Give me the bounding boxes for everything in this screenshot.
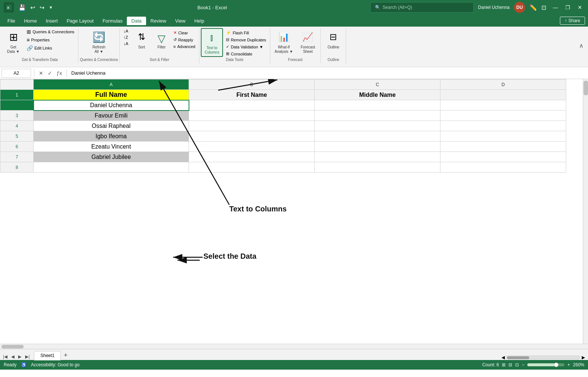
row-header-4[interactable]: 4 <box>0 121 34 131</box>
confirm-formula-button[interactable]: ✓ <box>46 69 54 77</box>
data-validation-button[interactable]: ✓ Data Validation ▼ <box>224 44 268 50</box>
cell-c1[interactable]: Middle Name <box>315 90 440 100</box>
zoom-out-button[interactable]: − <box>522 362 524 367</box>
cell-c4[interactable] <box>315 121 440 131</box>
cell-a1[interactable]: Full Name <box>34 90 189 100</box>
col-header-b[interactable]: B <box>189 79 315 90</box>
cell-c6[interactable] <box>315 142 440 152</box>
restore-button[interactable]: ❐ <box>563 4 572 11</box>
cell-b3[interactable] <box>189 111 315 121</box>
cell-b8[interactable] <box>189 162 315 173</box>
cell-b6[interactable] <box>189 142 315 152</box>
insert-function-button[interactable]: ƒx <box>55 69 64 77</box>
sheet-scroll-right[interactable]: ▶ <box>582 355 585 360</box>
cell-a2[interactable]: Daniel Uchenna <box>34 100 189 111</box>
cell-c5[interactable] <box>315 131 440 142</box>
cell-a4[interactable]: Ossai Rapheal <box>34 121 189 131</box>
row-header-8[interactable]: 8 <box>0 162 34 173</box>
excel-icon[interactable]: X <box>4 2 14 13</box>
view-normal-icon[interactable]: ⊞ <box>502 362 506 367</box>
cell-d7[interactable] <box>440 152 566 162</box>
text-to-columns-button[interactable]: ⫿ Text toColumns <box>201 28 223 57</box>
cell-a6[interactable]: Ezeatu Vincent <box>34 142 189 152</box>
cell-b2[interactable] <box>189 100 315 111</box>
flash-fill-button[interactable]: ⚡ Flash Fill <box>224 30 268 36</box>
row-header-5[interactable]: 5 <box>0 131 34 142</box>
sort-az-button[interactable]: ↓A <box>121 28 131 34</box>
sort-za-button[interactable]: ↑Z <box>121 34 131 40</box>
remove-duplicates-button[interactable]: ⊟ Remove Duplicates <box>224 37 268 43</box>
row-header-2[interactable]: 2 <box>0 100 34 111</box>
menu-help[interactable]: Help <box>190 17 209 25</box>
h-scrollbar-thumb[interactable] <box>1 345 24 349</box>
advanced-button[interactable]: ≡ Advanced <box>171 44 197 50</box>
cell-c8[interactable] <box>315 162 440 173</box>
cell-d2[interactable] <box>440 100 566 111</box>
cell-b4[interactable] <box>189 121 315 131</box>
clear-button[interactable]: ✕ Clear <box>171 30 197 36</box>
cancel-formula-button[interactable]: ✕ <box>37 69 45 77</box>
what-if-button[interactable]: 📊 What-IfAnalysis ▼ <box>272 28 296 55</box>
cell-a7[interactable]: Gabriel Jubilee <box>34 152 189 162</box>
cell-a5[interactable]: Igbo Ifeoma <box>34 131 189 142</box>
queries-connections-button[interactable]: ⊞ Queries & Connections <box>24 28 77 35</box>
col-header-d[interactable]: D <box>440 79 566 90</box>
cell-a8[interactable] <box>34 162 189 173</box>
undo-button[interactable]: ↩ <box>29 3 37 12</box>
sheet-nav-next[interactable]: ▶ <box>17 353 23 360</box>
row-header-7[interactable]: 7 <box>0 152 34 162</box>
cell-d1[interactable] <box>440 90 566 100</box>
sheet-nav-last[interactable]: ▶| <box>24 353 31 360</box>
minimize-button[interactable]: — <box>551 4 560 11</box>
cell-reference[interactable] <box>1 69 31 78</box>
search-input[interactable] <box>383 5 469 10</box>
redo-button[interactable]: ↪ <box>38 3 46 12</box>
cell-d4[interactable] <box>440 121 566 131</box>
menu-review[interactable]: Review <box>146 17 171 25</box>
menu-insert[interactable]: Insert <box>41 17 62 25</box>
sort-button[interactable]: ⇅ Sort <box>131 28 152 51</box>
share-button[interactable]: ↑ Share <box>560 17 585 25</box>
formula-input[interactable] <box>70 70 587 76</box>
sheet-nav-first[interactable]: |◀ <box>1 353 9 360</box>
row-header-3[interactable]: 3 <box>0 111 34 121</box>
filter-button[interactable]: ▽ Filter <box>153 28 170 54</box>
cell-b5[interactable] <box>189 131 315 142</box>
cell-d5[interactable] <box>440 131 566 142</box>
sheet-scroll-left[interactable]: ◀ <box>501 355 505 360</box>
cell-c7[interactable] <box>315 152 440 162</box>
horizontal-scrollbar[interactable] <box>0 344 588 349</box>
outline-button[interactable]: ⊟ Outline <box>322 28 344 51</box>
scrollbar-thumb[interactable] <box>584 81 588 95</box>
consolidate-button[interactable]: ⊞ Consolidate <box>224 51 268 57</box>
cell-a3[interactable]: Favour Emili <box>34 111 189 121</box>
cell-d6[interactable] <box>440 142 566 152</box>
menu-formulas[interactable]: Formulas <box>98 17 127 25</box>
save-button[interactable]: 💾 <box>17 3 27 12</box>
customize-button[interactable]: ▼ <box>47 4 54 10</box>
sheet-scroll-bar[interactable]: ◀ ▶ <box>501 355 585 360</box>
cell-b7[interactable] <box>189 152 315 162</box>
forecast-sheet-button[interactable]: 📈 ForecastSheet <box>297 28 319 55</box>
cell-c3[interactable] <box>315 111 440 121</box>
view-page-break-icon[interactable]: ⊡ <box>515 362 519 367</box>
edit-links-button[interactable]: 🔗 Edit Links <box>24 44 77 52</box>
sheet-nav-prev[interactable]: ◀ <box>10 353 16 360</box>
cell-b1[interactable]: First Name <box>189 90 315 100</box>
search-bar[interactable]: 🔍 <box>370 2 474 13</box>
menu-file[interactable]: File <box>3 17 20 25</box>
refresh-all-button[interactable]: 🔄 RefreshAll ▼ <box>88 28 110 55</box>
menu-home[interactable]: Home <box>20 17 41 25</box>
sort-az2-button[interactable]: ↓A <box>121 41 131 47</box>
zoom-in-button[interactable]: + <box>567 362 570 367</box>
pen-icon[interactable]: ✏️ <box>530 4 537 11</box>
row-header-6[interactable]: 6 <box>0 142 34 152</box>
menu-data[interactable]: Data <box>127 17 146 25</box>
sheet-scroll-track[interactable] <box>506 356 580 359</box>
menu-view[interactable]: View <box>170 17 190 25</box>
add-sheet-button[interactable]: + <box>61 351 71 360</box>
vertical-scrollbar[interactable] <box>583 79 588 344</box>
col-header-a[interactable]: A <box>34 79 189 90</box>
cell-d8[interactable] <box>440 162 566 173</box>
reapply-button[interactable]: ↺ Reapply <box>171 37 197 43</box>
